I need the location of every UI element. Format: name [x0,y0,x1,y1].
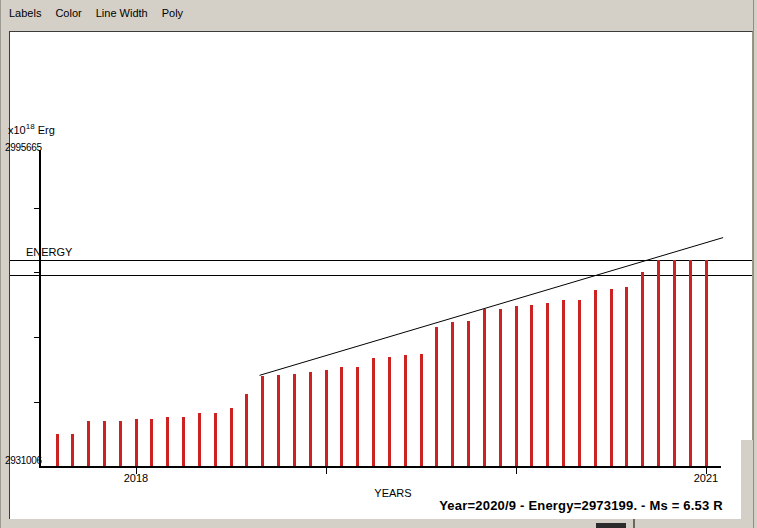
background-window-fragment [596,523,626,528]
y-axis-title: ENERGY [26,246,39,259]
y-axis-min-label: 2931006 [5,455,42,466]
y-axis-max-label: 2995665 [5,142,42,153]
menu-item-labels[interactable]: Labels [3,4,47,22]
y-axis-scale-exponent: 18 [26,122,35,131]
menu-item-line-width[interactable]: Line Width [90,4,154,22]
x-axis-title: YEARS [374,487,411,499]
menu-bar: Labels Color Line Width Poly [1,0,757,25]
background-window-divider [633,519,635,528]
status-readout: Year=2020/9 - Energy=2973199. - Ms = 6.5… [439,498,723,513]
app-window: Labels Color Line Width Poly 20182021 x1… [0,0,757,528]
menu-item-color[interactable]: Color [49,4,87,22]
y-axis-unit-text: Erg [38,124,55,136]
menu-item-poly[interactable]: Poly [156,4,189,22]
y-axis-scale-prefix: x10 [8,124,26,136]
plot-canvas[interactable] [9,31,753,519]
y-axis-unit-label: x1018 Erg [8,122,55,136]
window-right-border [753,0,754,528]
